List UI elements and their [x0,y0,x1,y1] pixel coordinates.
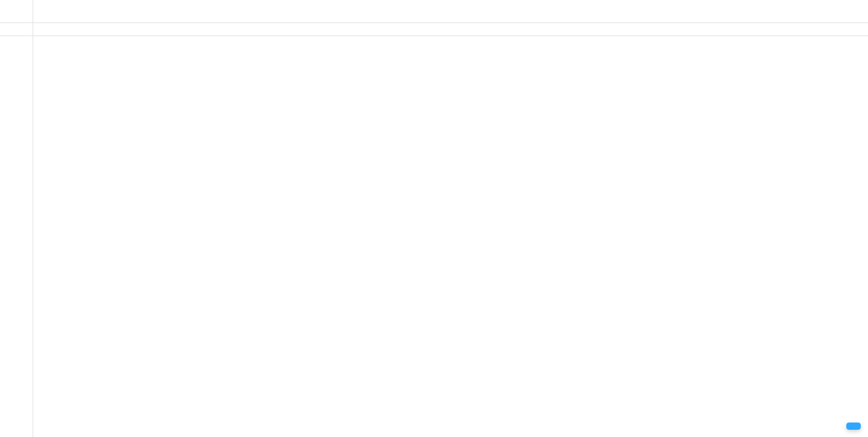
new-task-button[interactable] [846,423,861,430]
day-columns[interactable] [33,36,868,437]
week-indicator [0,0,33,22]
allday-label [0,23,33,35]
calendar-grid [0,36,868,437]
calendar-header [0,0,868,23]
allday-row [0,23,868,36]
time-column [0,36,33,437]
